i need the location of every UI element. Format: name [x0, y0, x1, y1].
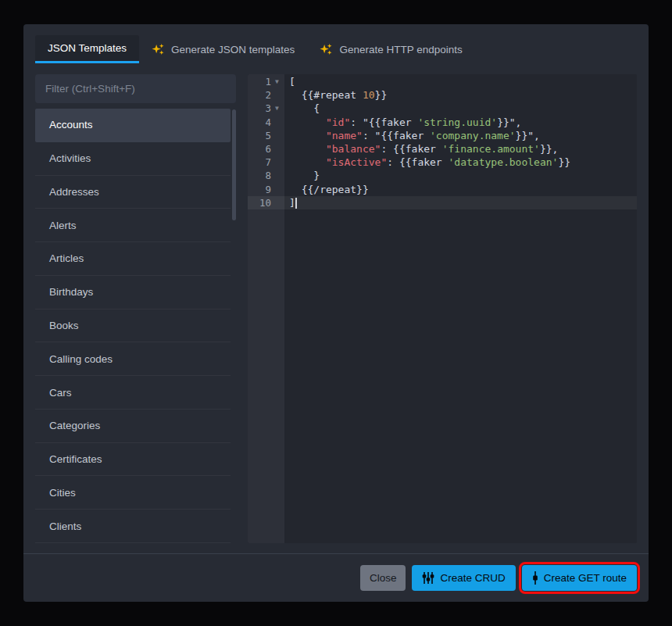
template-item-cities[interactable]: Cities — [35, 476, 231, 510]
template-item-label: Books — [49, 320, 79, 331]
code-line[interactable]: 8 } — [248, 169, 637, 182]
create-crud-button[interactable]: Create CRUD — [412, 565, 515, 591]
tab-generate-json-templates[interactable]: Generate JSON templates — [139, 35, 307, 63]
fold-arrow-icon[interactable]: ▼ — [271, 75, 283, 88]
text-cursor — [295, 198, 297, 209]
code-line[interactable]: 7 "isActive": {{faker 'datatype.boolean'… — [248, 156, 637, 169]
sparkles-icon — [152, 43, 165, 56]
template-item-label: Cars — [49, 387, 72, 399]
dialog-body: AccountsActivitiesAddressesAlertsArticle… — [23, 63, 649, 543]
line-number: 5 — [248, 129, 271, 142]
template-item-activities[interactable]: Activities — [35, 142, 231, 176]
tab-label: Generate JSON templates — [171, 44, 295, 55]
dialog-footer: Close Create CRUD — [23, 553, 649, 602]
template-sidebar: AccountsActivitiesAddressesAlertsArticle… — [35, 74, 236, 543]
create-crud-label: Create CRUD — [440, 572, 505, 584]
json-templates-dialog: JSON TemplatesGenerate JSON templatesGen… — [23, 24, 649, 602]
tab-bar: JSON TemplatesGenerate JSON templatesGen… — [23, 24, 649, 63]
fold-arrow-icon[interactable]: ▼ — [271, 102, 283, 115]
code-line[interactable]: 6 "balance": {{faker 'finance.amount'}}, — [248, 142, 637, 156]
template-item-alerts[interactable]: Alerts — [35, 209, 231, 242]
template-item-label: Articles — [49, 252, 84, 264]
template-item-books[interactable]: Books — [35, 309, 231, 343]
code-text: "name": "{{faker 'company.name'}}", — [284, 129, 637, 142]
endpoint-icon — [532, 571, 538, 585]
line-number: 7 — [248, 156, 271, 169]
template-item-label: Birthdays — [49, 286, 93, 298]
code-text: { — [284, 102, 637, 115]
line-number: 2 — [248, 88, 271, 102]
template-item-accounts[interactable]: Accounts — [35, 109, 231, 142]
code-line[interactable]: 9 {{/repeat}} — [248, 183, 637, 196]
code-line[interactable]: 2 {{#repeat 10}} — [248, 88, 637, 102]
line-number: 8 — [248, 169, 271, 182]
template-item-label: Addresses — [49, 186, 99, 198]
line-number: 6 — [248, 142, 271, 156]
template-item-label: Certificates — [49, 453, 102, 465]
template-item-label: Clients — [49, 520, 81, 532]
list-scrollbar-thumb[interactable] — [232, 109, 236, 220]
create-get-route-label: Create GET route — [544, 572, 627, 584]
template-item-certificates[interactable]: Certificates — [35, 443, 231, 477]
template-item-birthdays[interactable]: Birthdays — [35, 276, 231, 309]
line-number: 3 — [248, 102, 271, 115]
gutter-cell: 4 — [248, 116, 284, 129]
code-text: {{/repeat}} — [284, 183, 637, 196]
code-line[interactable]: 3▼ { — [248, 102, 637, 115]
code-text: "id": "{{faker 'string.uuid'}}", — [284, 116, 637, 129]
editor-lines: 1▼[2 {{#repeat 10}}3▼ {4 "id": "{{faker … — [248, 74, 637, 209]
gutter-cell: 2 — [248, 88, 284, 102]
code-text: {{#repeat 10}} — [284, 88, 637, 102]
template-item-addresses[interactable]: Addresses — [35, 176, 231, 209]
gutter-cell: 3▼ — [248, 102, 284, 115]
template-item-clients[interactable]: Clients — [35, 510, 231, 543]
code-text: "isActive": {{faker 'datatype.boolean'}} — [284, 156, 637, 169]
filter-input[interactable] — [35, 74, 236, 103]
template-item-label: Calling codes — [49, 353, 113, 365]
tab-label: Generate HTTP endpoints — [339, 44, 462, 55]
gutter-cell: 1▼ — [248, 75, 284, 88]
create-get-route-button[interactable]: Create GET route — [522, 565, 637, 591]
code-editor[interactable]: 1▼[2 {{#repeat 10}}3▼ {4 "id": "{{faker … — [248, 74, 637, 543]
code-text: [ — [284, 75, 637, 88]
template-item-articles[interactable]: Articles — [35, 242, 231, 276]
close-button[interactable]: Close — [360, 565, 406, 591]
template-item-calling-codes[interactable]: Calling codes — [35, 342, 231, 376]
code-line[interactable]: 5 "name": "{{faker 'company.name'}}", — [248, 129, 637, 142]
template-item-cars[interactable]: Cars — [35, 376, 231, 410]
gutter-cell: 6 — [248, 142, 284, 156]
line-number: 9 — [248, 183, 271, 196]
code-line[interactable]: 4 "id": "{{faker 'string.uuid'}}", — [248, 116, 637, 129]
sliders-icon — [422, 572, 434, 584]
code-line[interactable]: 1▼[ — [248, 75, 637, 88]
code-text: } — [284, 169, 637, 182]
gutter-cell: 9 — [248, 183, 284, 196]
template-item-label: Accounts — [49, 119, 93, 131]
sparkles-icon — [320, 43, 333, 56]
template-item-categories[interactable]: Categories — [35, 410, 231, 443]
line-number: 10 — [248, 196, 271, 209]
template-item-label: Cities — [49, 487, 76, 499]
code-text: "balance": {{faker 'finance.amount'}}, — [284, 142, 637, 156]
template-item-label: Activities — [49, 152, 91, 164]
template-item-label: Alerts — [49, 220, 77, 231]
gutter-cell: 8 — [248, 169, 284, 182]
line-number: 4 — [248, 116, 271, 129]
line-number: 1 — [248, 75, 271, 88]
template-list: AccountsActivitiesAddressesAlertsArticle… — [35, 109, 236, 543]
tab-label: JSON Templates — [48, 42, 127, 54]
code-line[interactable]: 10] — [248, 196, 637, 209]
gutter-cell: 7 — [248, 156, 284, 169]
gutter-cell: 10 — [248, 196, 284, 209]
template-item-label: Categories — [49, 420, 100, 431]
tab-generate-http-endpoints[interactable]: Generate HTTP endpoints — [307, 35, 474, 63]
tab-json-templates[interactable]: JSON Templates — [35, 35, 139, 63]
template-list-rows: AccountsActivitiesAddressesAlertsArticle… — [35, 109, 231, 543]
code-text: ] — [284, 196, 637, 209]
gutter-cell: 5 — [248, 129, 284, 142]
